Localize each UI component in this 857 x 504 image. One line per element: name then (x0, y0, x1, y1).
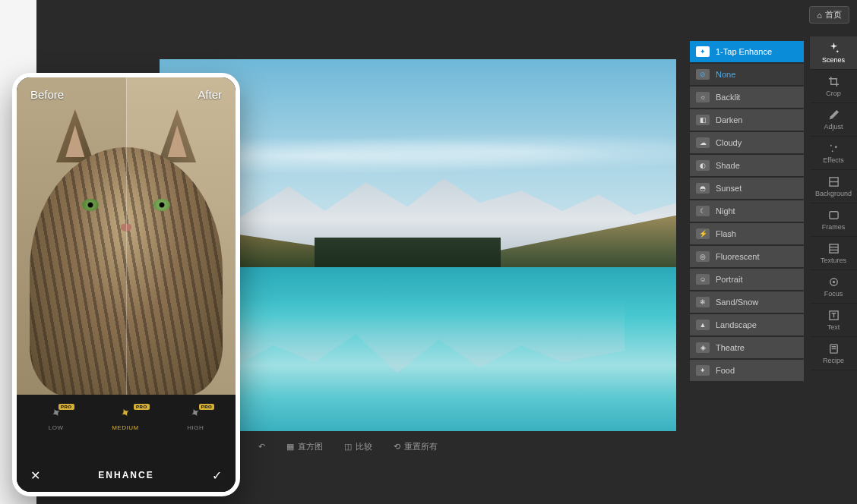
sidebar-tool-label: Background (815, 190, 852, 197)
sidebar-tool-effects[interactable]: Effects (810, 137, 857, 170)
compare-button[interactable]: ◫ 比较 (344, 441, 372, 452)
sparkle-icon (828, 43, 840, 54)
sidebar-tool-frames[interactable]: Frames (810, 203, 857, 237)
mobile-mode-title: ENHANCE (98, 470, 153, 480)
sidebar-tool-label: Text (827, 323, 840, 331)
preset-label: Portrait (716, 275, 742, 284)
preset-label: Sand/Snow (716, 298, 758, 307)
home-label: 首页 (825, 9, 842, 20)
preset-label: Flash (716, 229, 736, 238)
preset-flash[interactable]: ⚡Flash (690, 223, 804, 244)
preset-label: None (716, 70, 735, 79)
mobile-confirm-button[interactable]: ✓ (212, 468, 222, 483)
preset-icon: ☼ (696, 92, 710, 102)
preset-sunset[interactable]: ◓Sunset (690, 178, 804, 199)
reset-icon: ⟲ (394, 442, 400, 452)
svg-rect-5 (829, 211, 837, 218)
list-icon (828, 343, 840, 354)
pro-badge: PRO (59, 404, 74, 410)
preset-icon: ⊘ (696, 69, 710, 80)
preset-icon: ▲ (696, 320, 710, 330)
preset-icon: ◓ (696, 183, 710, 194)
preset-cloudy[interactable]: ☁Cloudy (690, 132, 804, 153)
intensity-low[interactable]: PRO✦LOW (49, 405, 64, 431)
histogram-button[interactable]: ▦ 直方图 (286, 441, 323, 452)
preset-label: Cloudy (716, 138, 742, 147)
sidebar-tool-crop[interactable]: Crop (810, 70, 857, 103)
preset-icon: ◧ (696, 115, 710, 125)
preset-label: Darken (716, 115, 742, 124)
mobile-footer: ✕ ENHANCE ✓ (17, 458, 236, 492)
preset-icon: ✦ (696, 365, 710, 376)
sidebar-tool-background[interactable]: Background (810, 170, 857, 203)
mobile-compare-image[interactable] (17, 77, 236, 396)
sidebar-tool-adjust[interactable]: Adjust (810, 103, 857, 137)
sidebar-tool-textures[interactable]: Textures (810, 237, 857, 270)
preset-sandsnow[interactable]: ❄Sand/Snow (690, 291, 804, 313)
before-label: Before (30, 88, 64, 101)
layers-icon (828, 176, 840, 187)
preset-label: Food (716, 366, 735, 375)
preset-food[interactable]: ✦Food (690, 360, 804, 381)
intensity-label: MEDIUM (112, 424, 138, 431)
reset-button[interactable]: ⟲ 重置所有 (394, 441, 438, 452)
target-icon (828, 276, 840, 288)
top-bar: ⌂ 首页 (809, 6, 849, 24)
preset-shade[interactable]: ◐Shade (690, 155, 804, 176)
intensity-medium[interactable]: PRO✦MEDIUM (112, 405, 138, 431)
preset-label: Theatre (716, 343, 745, 352)
preset-label: Fluorescent (716, 252, 759, 261)
intensity-label: HIGH (187, 424, 204, 431)
pencil-icon (828, 109, 840, 121)
preset-theatre[interactable]: ◈Theatre (690, 337, 804, 358)
preset-landscape[interactable]: ▲Landscape (690, 314, 804, 335)
compare-icon: ◫ (344, 442, 352, 452)
text-icon (828, 310, 840, 321)
magic-wand-icon: ✦ (696, 46, 710, 57)
sidebar-tool-recipe[interactable]: Recipe (810, 337, 857, 370)
mobile-close-button[interactable]: ✕ (30, 468, 40, 483)
preset-fluorescent[interactable]: ◎Fluorescent (690, 246, 804, 267)
right-sidebar: ScenesCropAdjustEffectsBackgroundFramesT… (810, 36, 857, 370)
compare-divider[interactable] (126, 77, 127, 396)
preset-label: Backlit (716, 93, 740, 102)
preset-header-enhance[interactable]: ✦ 1-Tap Enhance (690, 41, 804, 62)
after-label: After (198, 88, 222, 101)
sidebar-tool-label: Crop (826, 90, 841, 97)
sidebar-tool-focus[interactable]: Focus (810, 270, 857, 304)
stars-icon (828, 143, 840, 154)
svg-point-0 (830, 144, 831, 146)
home-button[interactable]: ⌂ 首页 (809, 6, 849, 24)
sidebar-tool-label: Frames (822, 223, 846, 231)
sidebar-tool-label: Focus (824, 290, 843, 298)
preset-icon: ◎ (696, 251, 710, 262)
compare-label: 比较 (356, 441, 372, 452)
histogram-label: 直方图 (298, 441, 323, 452)
sidebar-tool-text[interactable]: Text (810, 304, 857, 337)
frame-icon (828, 209, 840, 221)
preset-icon: ☾ (696, 206, 710, 216)
preset-backlit[interactable]: ☼Backlit (690, 87, 804, 108)
pro-badge: PRO (199, 404, 215, 410)
preset-icon: ◐ (696, 160, 710, 171)
intensity-high[interactable]: PRO✦HIGH (187, 405, 204, 431)
preset-icon: ◈ (696, 342, 710, 353)
pro-badge: PRO (134, 404, 150, 410)
preset-night[interactable]: ☾Night (690, 200, 804, 222)
preset-header-label: 1-Tap Enhance (716, 47, 772, 56)
undo-button[interactable]: ↶ (258, 442, 265, 452)
home-icon: ⌂ (817, 11, 822, 20)
mobile-preview: Before After PRO✦LOWPRO✦MEDIUMPRO✦HIGH ✕… (12, 73, 240, 496)
sidebar-tool-label: Scenes (822, 56, 845, 64)
preset-darken[interactable]: ◧Darken (690, 109, 804, 131)
sidebar-tool-label: Effects (823, 156, 843, 164)
preset-label: Sunset (716, 184, 742, 193)
sidebar-tool-scenes[interactable]: Scenes (810, 36, 857, 70)
histogram-icon: ▦ (286, 442, 294, 452)
preset-none[interactable]: ⊘None (690, 64, 804, 85)
sidebar-tool-label: Adjust (824, 123, 843, 131)
preset-portrait[interactable]: ☺Portrait (690, 269, 804, 290)
wand-icon: ✦ (117, 404, 133, 421)
intensity-label: LOW (49, 424, 64, 431)
texture-icon (828, 243, 840, 254)
